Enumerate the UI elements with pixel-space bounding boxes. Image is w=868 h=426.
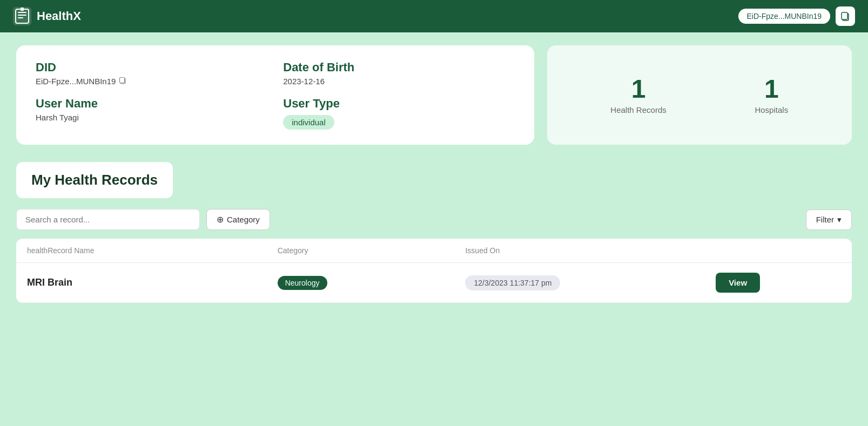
category-button[interactable]: ⊕ Category [206,209,270,230]
table-row: MRI Brain Neurology 12/3/2023 11:37:17 p… [16,263,852,303]
health-records-section: My Health Records ⊕ Category Filter ▾ he… [16,162,852,303]
usertype-badge: individual [283,115,334,130]
nav-did-badge[interactable]: EiD-Fpze...MUNBIn19 [738,9,830,24]
health-records-label: Health Records [610,105,666,114]
svg-rect-9 [120,78,125,83]
copy-icon [840,11,850,21]
search-filter-row: ⊕ Category Filter ▾ [16,209,852,230]
chevron-down-icon: ▾ [837,215,842,225]
record-name: MRI Brain [27,277,278,288]
health-records-count: 1 [610,76,666,102]
brand-name: HealthX [37,9,81,23]
health-records-stat: 1 Health Records [610,76,666,114]
usertype-label: User Type [283,97,514,111]
record-issued-on: 12/3/2023 11:37:17 pm [465,275,716,290]
records-table: healthRecord Name Category Issued On MRI… [16,239,852,303]
profile-card: DID EiD-Fpze...MUNBIn19 Date of Birth 20… [16,45,534,145]
did-label: DID [36,60,267,75]
section-title: My Health Records [31,172,158,188]
category-badge: Neurology [278,276,327,290]
section-title-box: My Health Records [16,162,173,198]
stats-card: 1 Health Records 1 Hospitals [547,45,852,145]
nav-brand: HealthX [13,7,81,25]
username-value: Harsh Tyagi [36,113,267,122]
dob-label: Date of Birth [283,60,514,75]
category-plus-icon: ⊕ [217,214,224,225]
main-content: DID EiD-Fpze...MUNBIn19 Date of Birth 20… [0,32,868,316]
healthx-logo-icon [13,7,31,25]
col-header-issued-on: Issued On [465,246,716,255]
dob-value: 2023-12-16 [283,77,514,86]
col-header-action [716,246,841,255]
hospitals-label: Hospitals [755,105,788,114]
table-header: healthRecord Name Category Issued On [16,239,852,263]
filter-button[interactable]: Filter ▾ [806,209,852,230]
nav-right: EiD-Fpze...MUNBIn19 [738,6,855,26]
username-field: User Name Harsh Tyagi [36,97,267,130]
view-button[interactable]: View [716,273,760,293]
col-header-category: Category [278,246,466,255]
did-copy-icon[interactable] [119,77,126,86]
record-category: Neurology [278,276,466,290]
dob-field: Date of Birth 2023-12-16 [283,60,514,86]
col-header-name: healthRecord Name [27,246,278,255]
navbar: HealthX EiD-Fpze...MUNBIn19 [0,0,868,32]
usertype-field: User Type individual [283,97,514,130]
nav-copy-button[interactable] [836,6,855,26]
record-action: View [716,273,841,293]
svg-rect-7 [842,12,847,19]
issued-on-badge: 12/3/2023 11:37:17 pm [465,275,560,290]
top-cards-row: DID EiD-Fpze...MUNBIn19 Date of Birth 20… [16,45,852,145]
did-field: DID EiD-Fpze...MUNBIn19 [36,60,267,86]
hospitals-stat: 1 Hospitals [755,76,788,114]
did-value: EiD-Fpze...MUNBIn19 [36,77,267,86]
username-label: User Name [36,97,267,111]
svg-rect-5 [21,8,24,11]
hospitals-count: 1 [755,76,788,102]
search-input[interactable] [16,209,200,230]
